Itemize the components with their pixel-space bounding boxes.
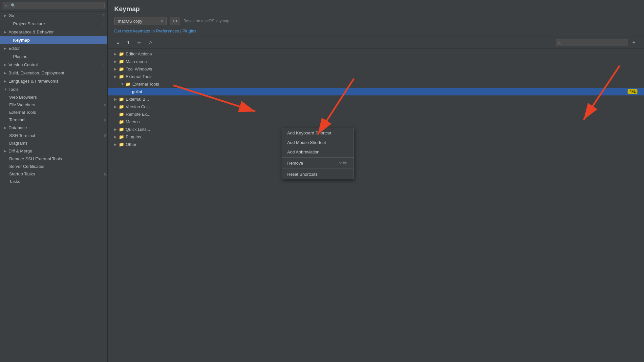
folder-icon: 📁: [119, 67, 124, 71]
startup-icon: ⊞: [104, 172, 107, 176]
sidebar-item-label: Tools: [9, 87, 105, 92]
context-menu-remove[interactable]: Remove ⌥⌘L: [282, 158, 354, 168]
sidebar-search-bar: [0, 0, 107, 11]
sidebar-item-tasks[interactable]: Tasks: [0, 178, 107, 185]
sidebar-item-ssh-terminal[interactable]: SSH Terminal ⊞: [0, 132, 107, 139]
context-menu-add-keyboard[interactable]: Add Keyboard Shortcut: [282, 128, 354, 138]
tree-item-label: Other: [126, 142, 637, 147]
folder-icon: 📁: [119, 127, 124, 132]
keymap-dropdown[interactable]: macOS copy ▾: [114, 17, 167, 25]
sidebar-item-label: Appearance & Behavior: [9, 30, 105, 34]
edit-button[interactable]: ✏: [135, 39, 144, 47]
tree-item-main-menu[interactable]: ▶ 📁 Main menu: [108, 58, 644, 65]
tree-item-label: Main menu: [126, 59, 637, 64]
tree-item-label: Plug-ins...: [126, 134, 637, 139]
tree-item-other[interactable]: ▶ 📁 Other: [108, 141, 644, 148]
sidebar-item-plugins[interactable]: Plugins: [0, 52, 107, 61]
tree-item-label: External B...: [126, 97, 637, 102]
toolbar-search: ⌖: [556, 38, 637, 47]
editor-arrow: ▶: [4, 47, 9, 50]
tree-item-golint[interactable]: golint ⌃⌘L: [108, 88, 644, 95]
sidebar-search-wrap: [3, 2, 105, 9]
ql-arrow: ▶: [114, 128, 119, 131]
filter-wrap: [556, 39, 628, 46]
shortcut-badge: ⌃⌘L: [628, 89, 637, 94]
page-title: Keymap: [114, 5, 637, 13]
vc-arrow: ▶: [4, 63, 9, 67]
sidebar-item-project-structure[interactable]: Project Structure ⊞: [0, 20, 107, 28]
folder-icon: 📁: [119, 97, 124, 102]
sidebar-item-terminal[interactable]: Terminal ⊞: [0, 116, 107, 124]
sidebar-item-label: Keymap: [13, 38, 105, 43]
tree-item-version-co[interactable]: ▶ 📁 Version Co...: [108, 103, 644, 111]
build-arrow: ▶: [4, 71, 9, 75]
sidebar-item-editor[interactable]: ▶ Editor: [0, 44, 107, 52]
sidebar-item-label: Terminal: [9, 117, 104, 122]
collapse-all-button[interactable]: ⬆: [124, 39, 133, 47]
sidebar-item-remote-ssh[interactable]: Remote SSH External Tools: [0, 155, 107, 163]
tree-item-editor-actions[interactable]: ▶ 📁 Editor Actions: [108, 50, 644, 58]
db-arrow: ▶: [4, 126, 9, 130]
sidebar-item-startup-tasks[interactable]: Startup Tasks ⊞: [0, 170, 107, 178]
sidebar-item-diff-merge[interactable]: ▶ Diff & Merge: [0, 147, 107, 155]
sidebar-item-version-control[interactable]: ▶ Version Control ⊞: [0, 61, 107, 69]
go-arrow: ▶: [4, 14, 9, 17]
eb-arrow: ▶: [114, 97, 119, 101]
sidebar-search-input[interactable]: [3, 2, 105, 9]
expand-all-button[interactable]: ≡: [114, 39, 121, 47]
add-keyboard-label: Add Keyboard Shortcut: [287, 131, 331, 135]
tree-item-remote-ex[interactable]: 📁 Remote Ex...: [108, 111, 644, 118]
tree-item-tool-windows[interactable]: ▶ 📁 Tool Windows: [108, 65, 644, 73]
sidebar-item-appearance[interactable]: ▶ Appearance & Behavior: [0, 28, 107, 36]
sidebar-item-label: Server Certificates: [9, 164, 107, 169]
sidebar-item-database[interactable]: ▶ Database: [0, 124, 107, 132]
folder-icon: 📁: [119, 59, 124, 64]
sidebar-item-server-certs[interactable]: Server Certificates: [0, 163, 107, 170]
sidebar-item-label: Plugins: [13, 54, 105, 59]
fw-icon: ⊞: [104, 103, 107, 107]
sidebar-item-go[interactable]: ▶ Go ⊞: [0, 11, 107, 20]
sidebar-item-build[interactable]: ▶ Build, Execution, Deployment: [0, 69, 107, 77]
sidebar-item-file-watchers[interactable]: File Watchers ⊞: [0, 101, 107, 109]
tree-item-macros[interactable]: 📁 Macros: [108, 118, 644, 126]
based-on-text: Based on macOS keymap: [183, 19, 229, 23]
sidebar-item-languages[interactable]: ▶ Languages & Frameworks: [0, 77, 107, 85]
gear-button[interactable]: ⚙: [170, 17, 180, 25]
tree-item-external-tools-child[interactable]: ▼ 📁 External Tools: [108, 80, 644, 88]
sidebar-item-tools[interactable]: ▼ Tools: [0, 85, 107, 93]
tree-item-plug-ins[interactable]: ▶ 📁 Plug-ins...: [108, 133, 644, 141]
tree-item-label: Editor Actions: [126, 51, 637, 56]
tree-item-quick-lists[interactable]: ▶ 📁 Quick Lists...: [108, 126, 644, 133]
toolbar-left: ≡ ⬆ ✏ ⚠: [114, 39, 155, 47]
sidebar-item-label: Project Structure: [13, 21, 101, 26]
keymap-link-row: Get more keymaps in Preferences | Plugin…: [114, 29, 637, 33]
find-action-button[interactable]: ⌖: [630, 38, 637, 47]
sidebar-item-label: Go: [9, 13, 101, 18]
vc-icon: ⊞: [101, 63, 105, 67]
context-menu-reset[interactable]: Reset Shortcuts: [282, 170, 354, 179]
sidebar-item-web-browsers[interactable]: Web Browsers: [0, 93, 107, 101]
context-menu-separator-2: [282, 169, 354, 169]
keymap-controls: macOS copy ▾ ⚙ Based on macOS keymap: [114, 17, 637, 25]
filter-input[interactable]: [556, 39, 628, 46]
tree-item-external-tools-parent[interactable]: ▶ 📁 External Tools: [108, 73, 644, 80]
warning-button[interactable]: ⚠: [146, 39, 155, 47]
diff-arrow: ▶: [4, 149, 9, 153]
tree-item-external-b[interactable]: ▶ 📁 External B...: [108, 95, 644, 103]
et-parent-arrow: ▶: [114, 75, 119, 78]
et-child-arrow: ▼: [121, 82, 125, 86]
plugins-link[interactable]: Plugins: [182, 29, 197, 33]
remove-shortcut: ⌥⌘L: [338, 161, 348, 165]
ea-arrow: ▶: [114, 52, 119, 56]
sidebar-item-label: Remote SSH External Tools: [9, 156, 107, 161]
context-menu-add-mouse[interactable]: Add Mouse Shortcut: [282, 138, 354, 147]
tree-item-label: golint: [132, 89, 628, 94]
sidebar-item-diagrams[interactable]: Diagrams: [0, 139, 107, 147]
sidebar-item-external-tools[interactable]: External Tools: [0, 109, 107, 116]
sidebar-item-keymap[interactable]: Keymap: [0, 36, 107, 44]
tw-arrow: ▶: [114, 67, 119, 71]
context-menu-add-abbreviation[interactable]: Add Abbreviation: [282, 147, 354, 157]
sidebar: ▶ Go ⊞ Project Structure ⊞ ▶ Appearance …: [0, 0, 108, 362]
tools-arrow: ▼: [4, 88, 9, 91]
get-more-keymaps-link[interactable]: Get more keymaps in Preferences: [114, 29, 179, 33]
